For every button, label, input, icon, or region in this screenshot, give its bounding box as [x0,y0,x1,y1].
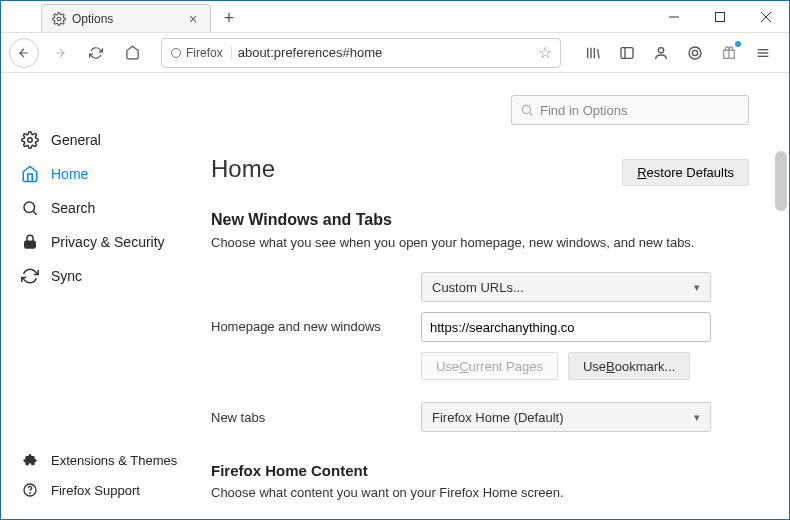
find-placeholder: Find in Options [540,103,627,118]
tab-strip: Options × + [1,1,651,32]
use-bookmark-button[interactable]: Use Bookmark... [568,352,690,380]
toolbar: Firefox about:preferences#home ☆ [1,33,789,73]
new-tabs-select[interactable]: Firefox Home (Default) ▾ [421,402,711,432]
chevron-down-icon: ▾ [694,281,700,294]
help-icon [21,481,39,499]
svg-point-0 [57,17,61,21]
sync-icon [21,267,39,285]
homepage-url-input[interactable] [421,312,711,342]
sidebar-item-search[interactable]: Search [1,191,211,225]
sidebar-item-extensions[interactable]: Extensions & Themes [1,445,211,475]
home-button[interactable] [117,38,147,68]
sidebar-item-support[interactable]: Firefox Support [1,475,211,505]
sidebar-item-label: Search [51,200,95,216]
sidebar-item-privacy[interactable]: Privacy & Security [1,225,211,259]
whats-new-icon[interactable] [715,39,743,67]
sidebar-item-general[interactable]: General [1,123,211,157]
url-bar[interactable]: Firefox about:preferences#home ☆ [161,38,561,68]
scrollbar-thumb[interactable] [775,151,787,211]
svg-point-10 [692,50,697,55]
close-tab-icon[interactable]: × [186,12,200,26]
search-icon [520,103,534,117]
svg-rect-6 [621,47,633,58]
sidebar-icon[interactable] [613,39,641,67]
preferences-main: Find in Options Home Restore Defaults Ne… [211,73,789,519]
identity-label: Firefox [186,46,223,60]
identity-box[interactable]: Firefox [170,46,232,60]
forward-button[interactable] [45,38,75,68]
svg-rect-19 [25,241,36,248]
maximize-button[interactable] [697,1,743,33]
library-icon[interactable] [579,39,607,67]
reload-button[interactable] [81,38,111,68]
preferences-sidebar: General Home Search Privacy & Security [1,73,211,519]
svg-point-16 [28,138,33,143]
new-tabs-label: New tabs [211,410,421,425]
account-icon[interactable] [647,39,675,67]
homepage-select[interactable]: Custom URLs... ▾ [421,272,711,302]
sidebar-item-label: Privacy & Security [51,234,165,250]
shield-icon[interactable] [681,39,709,67]
tab-title: Options [72,12,180,26]
svg-point-22 [522,105,530,113]
svg-point-17 [24,202,35,213]
section-heading-windows-tabs: New Windows and Tabs [211,211,755,229]
menu-icon[interactable] [749,39,777,67]
gear-icon [21,131,39,149]
firefox-icon [170,47,182,59]
sidebar-item-label: Home [51,166,88,182]
svg-rect-2 [716,13,725,22]
select-value: Custom URLs... [432,280,524,295]
svg-point-9 [689,47,701,59]
bookmark-star-icon[interactable]: ☆ [538,43,552,62]
sidebar-item-home[interactable]: Home [1,157,211,191]
chevron-down-icon: ▾ [694,411,700,424]
sidebar-item-label: Extensions & Themes [51,453,177,468]
browser-tab[interactable]: Options × [41,4,211,32]
back-button[interactable] [9,38,39,68]
titlebar: Options × + [1,1,789,33]
lock-icon [21,233,39,251]
sidebar-item-sync[interactable]: Sync [1,259,211,293]
svg-point-21 [30,493,31,494]
find-in-options-input[interactable]: Find in Options [511,95,749,125]
svg-line-18 [33,211,36,214]
minimize-button[interactable] [651,1,697,33]
section-desc: Choose what content you want on your Fir… [211,485,755,500]
svg-point-5 [172,48,181,57]
puzzle-icon [21,451,39,469]
window-controls [651,1,789,32]
close-window-button[interactable] [743,1,789,33]
home-icon [21,165,39,183]
homepage-label: Homepage and new windows [211,319,421,334]
sidebar-item-label: Firefox Support [51,483,140,498]
url-text: about:preferences#home [238,45,532,60]
svg-point-8 [658,47,663,52]
sidebar-item-label: Sync [51,268,82,284]
select-value: Firefox Home (Default) [432,410,563,425]
new-tab-button[interactable]: + [215,4,243,32]
svg-line-23 [530,113,533,116]
use-current-pages-button: Use Current Pages [421,352,558,380]
sidebar-item-label: General [51,132,101,148]
restore-defaults-button[interactable]: Restore Defaults [622,159,749,186]
section-heading-home-content: Firefox Home Content [211,462,755,479]
gear-icon [52,12,66,26]
section-desc: Choose what you see when you open your h… [211,235,755,250]
search-icon [21,199,39,217]
